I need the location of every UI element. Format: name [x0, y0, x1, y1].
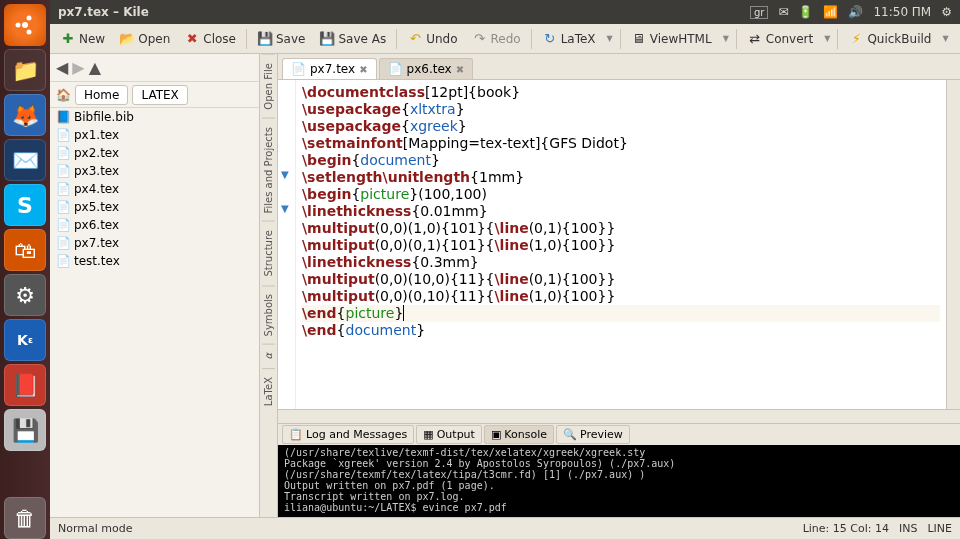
network-indicator-icon[interactable]: 📶: [823, 5, 838, 19]
code-editor[interactable]: ▼▼ \documentclass[12pt]{book}\usepackage…: [278, 80, 960, 409]
home-icon[interactable]: 🏠: [56, 88, 71, 102]
kile-icon[interactable]: Kε: [4, 319, 46, 361]
file-icon: 📄: [56, 128, 70, 142]
file-name: px6.tex: [74, 218, 119, 232]
editor-tab[interactable]: 📄px6.tex✖: [379, 58, 474, 79]
dash-button[interactable]: [4, 4, 46, 46]
editor-tabs: 📄px7.tex✖📄px6.tex✖: [278, 54, 960, 80]
file-item[interactable]: 📄px5.tex: [50, 198, 259, 216]
viewhtml-dropdown[interactable]: ▼: [720, 34, 732, 43]
viewhtml-button[interactable]: 🖥ViewHTML: [625, 29, 718, 49]
editor-area: 📄px7.tex✖📄px6.tex✖ ▼▼ \documentclass[12p…: [278, 54, 960, 517]
fold-marker[interactable]: ▼: [281, 169, 289, 180]
file-item[interactable]: 📄px7.tex: [50, 234, 259, 252]
undo-label: Undo: [426, 32, 457, 46]
open-label: Open: [138, 32, 170, 46]
file-item[interactable]: 📄px4.tex: [50, 180, 259, 198]
convert-dropdown[interactable]: ▼: [821, 34, 833, 43]
undo-button[interactable]: ↶Undo: [401, 29, 463, 49]
latex-label: LaTeX: [561, 32, 596, 46]
nav-up-icon[interactable]: ▲: [89, 58, 101, 77]
file-name: px7.tex: [74, 236, 119, 250]
skype-icon[interactable]: S: [4, 184, 46, 226]
tab-close-icon[interactable]: ✖: [456, 64, 464, 75]
vtab-projects[interactable]: Files and Projects: [262, 118, 275, 222]
saveas-button[interactable]: 💾Save As: [313, 29, 392, 49]
kile-window: px7.tex – Kile gr ✉ 🔋 📶 🔊 11:50 ΠΜ ⚙ ✚Ne…: [50, 0, 960, 539]
files-app-icon[interactable]: 📁: [4, 49, 46, 91]
konsole-icon: ▣: [491, 428, 501, 441]
btab-konsole[interactable]: ▣Konsole: [484, 425, 554, 444]
evince-icon[interactable]: 📕: [4, 364, 46, 406]
mail-indicator-icon[interactable]: ✉: [778, 5, 788, 19]
trash-icon[interactable]: 🗑: [4, 497, 46, 539]
new-button[interactable]: ✚New: [54, 29, 111, 49]
save-button[interactable]: 💾Save: [251, 29, 311, 49]
nav-back-icon[interactable]: ◀: [56, 58, 68, 77]
convert-icon: ⇄: [747, 31, 763, 47]
file-name: px3.tex: [74, 164, 119, 178]
bottom-tool-tabs: 📋Log and Messages ▦Output ▣Konsole 🔍Prev…: [278, 423, 960, 445]
quickbuild-dropdown[interactable]: ▼: [939, 34, 951, 43]
file-item[interactable]: 📄px6.tex: [50, 216, 259, 234]
btab-preview-label: Preview: [580, 428, 623, 441]
software-center-icon[interactable]: 🛍: [4, 229, 46, 271]
file-item[interactable]: 📄px3.tex: [50, 162, 259, 180]
file-sidebar: ◀ ▶ ▲ 🏠 Home LATEX 📘Bibfile.bib📄px1.tex📄…: [50, 54, 260, 517]
btab-konsole-label: Konsole: [504, 428, 547, 441]
open-button[interactable]: 📂Open: [113, 29, 176, 49]
keyboard-indicator[interactable]: gr: [750, 6, 768, 19]
vtab-latex2[interactable]: LaTeX: [262, 368, 275, 414]
drive-icon[interactable]: 💾: [4, 409, 46, 451]
breadcrumb: 🏠 Home LATEX: [50, 82, 259, 108]
btab-log[interactable]: 📋Log and Messages: [282, 425, 414, 444]
latex-button[interactable]: ↻LaTeX: [536, 29, 602, 49]
btab-output[interactable]: ▦Output: [416, 425, 482, 444]
save-label: Save: [276, 32, 305, 46]
clock[interactable]: 11:50 ΠΜ: [873, 5, 931, 19]
vtab-symbols[interactable]: Symbols: [262, 285, 275, 344]
system-indicators[interactable]: gr ✉ 🔋 📶 🔊 11:50 ΠΜ ⚙: [750, 5, 952, 19]
vtab-structure[interactable]: Structure: [262, 221, 275, 285]
sound-indicator-icon[interactable]: 🔊: [848, 5, 863, 19]
latex-dropdown[interactable]: ▼: [604, 34, 616, 43]
crumb-home[interactable]: Home: [75, 85, 128, 105]
sidebar-nav-toolbar: ◀ ▶ ▲: [50, 54, 259, 82]
battery-indicator-icon[interactable]: 🔋: [798, 5, 813, 19]
tab-close-icon[interactable]: ✖: [359, 64, 367, 75]
redo-button[interactable]: ↷Redo: [466, 29, 527, 49]
vertical-scrollbar[interactable]: [946, 80, 960, 409]
file-item[interactable]: 📄px1.tex: [50, 126, 259, 144]
file-icon: 📄: [56, 254, 70, 268]
file-icon: 📄: [56, 146, 70, 160]
close-label: Close: [203, 32, 236, 46]
fold-marker[interactable]: ▼: [281, 203, 289, 214]
quickbuild-button[interactable]: ⚡QuickBuild: [842, 29, 937, 49]
close-button[interactable]: ✖Close: [178, 29, 242, 49]
vertical-tool-tabs: Open File Files and Projects Structure S…: [260, 54, 278, 517]
file-list[interactable]: 📘Bibfile.bib📄px1.tex📄px2.tex📄px3.tex📄px4…: [50, 108, 259, 517]
tab-label: px6.tex: [407, 62, 452, 76]
thunderbird-icon[interactable]: ✉️: [4, 139, 46, 181]
vtab-openfile[interactable]: Open File: [262, 54, 275, 118]
file-name: test.tex: [74, 254, 120, 268]
output-icon: ▦: [423, 428, 433, 441]
file-item[interactable]: 📘Bibfile.bib: [50, 108, 259, 126]
file-item[interactable]: 📄test.tex: [50, 252, 259, 270]
settings-icon[interactable]: ⚙: [4, 274, 46, 316]
nav-forward-icon[interactable]: ▶: [72, 58, 84, 77]
tab-icon: 📄: [291, 62, 306, 76]
btab-preview[interactable]: 🔍Preview: [556, 425, 630, 444]
horizontal-scrollbar[interactable]: [278, 409, 960, 423]
close-icon: ✖: [184, 31, 200, 47]
firefox-icon[interactable]: 🦊: [4, 94, 46, 136]
konsole-output[interactable]: (/usr/share/texlive/texmf-dist/tex/xelat…: [278, 445, 960, 517]
crumb-folder[interactable]: LATEX: [132, 85, 187, 105]
save-icon: 💾: [257, 31, 273, 47]
editor-tab[interactable]: 📄px7.tex✖: [282, 58, 377, 79]
status-bar: Normal mode Line: 15 Col: 14 INS LINE: [50, 517, 960, 539]
convert-button[interactable]: ⇄Convert: [741, 29, 819, 49]
file-item[interactable]: 📄px2.tex: [50, 144, 259, 162]
vtab-latex[interactable]: α: [262, 344, 275, 368]
session-indicator-icon[interactable]: ⚙: [941, 5, 952, 19]
